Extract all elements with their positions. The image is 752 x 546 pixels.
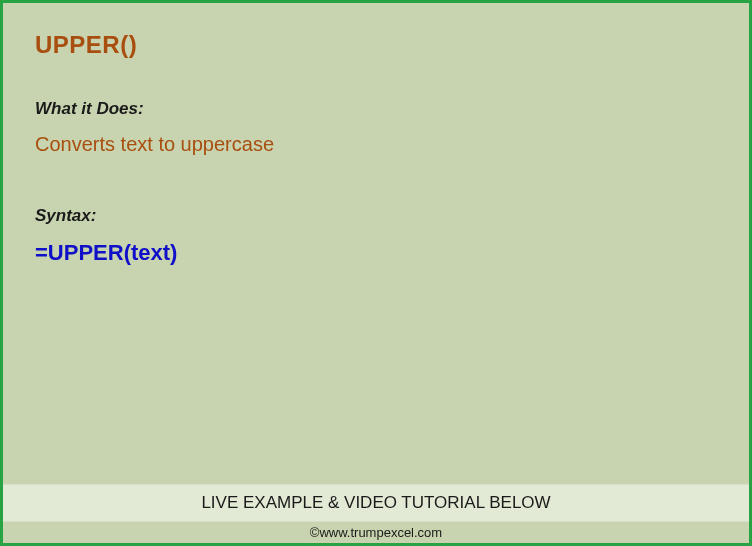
card-container: UPPER() What it Does: Converts text to u… [0,0,752,546]
footer-copyright: ©www.trumpexcel.com [3,522,749,543]
content-area: UPPER() What it Does: Converts text to u… [3,3,749,484]
what-it-does-text: Converts text to uppercase [35,133,717,156]
syntax-label: Syntax: [35,206,717,226]
footer-cta: LIVE EXAMPLE & VIDEO TUTORIAL BELOW [3,484,749,522]
function-title: UPPER() [35,31,717,59]
what-it-does-label: What it Does: [35,99,717,119]
syntax-text: =UPPER(text) [35,240,717,266]
